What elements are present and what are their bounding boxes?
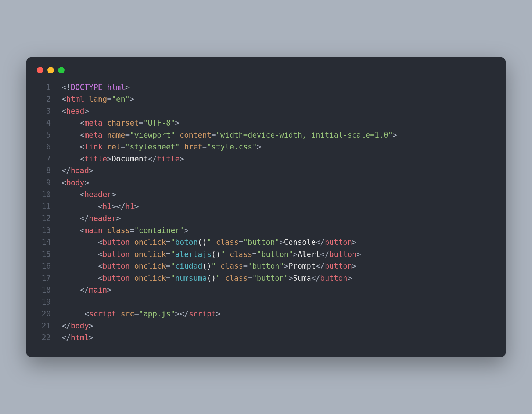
code-line[interactable]: 19	[26, 296, 506, 308]
code-line[interactable]: 1<!DOCTYPE html>	[26, 81, 506, 94]
line-number: 22	[26, 332, 62, 344]
code-line[interactable]: 20 <script src="app.js"></script>	[26, 308, 506, 320]
code-line[interactable]: 22</html>	[26, 332, 506, 344]
line-number: 5	[26, 129, 62, 141]
line-number: 15	[26, 248, 62, 261]
line-number: 19	[26, 296, 62, 308]
close-icon[interactable]	[37, 67, 43, 73]
line-number: 12	[26, 213, 62, 225]
line-number: 16	[26, 260, 62, 272]
line-number: 10	[26, 189, 62, 201]
line-number: 3	[26, 105, 62, 117]
code-content[interactable]: <!DOCTYPE html>	[62, 81, 130, 94]
code-line[interactable]: 16 <button onclick="ciudad()" class="but…	[26, 260, 506, 272]
code-content[interactable]: <body>	[62, 177, 89, 189]
line-number: 6	[26, 141, 62, 153]
line-number: 11	[26, 201, 62, 213]
code-content[interactable]: <meta charset="UTF-8">	[62, 117, 180, 129]
code-line[interactable]: 15 <button onclick="alertajs()" class="b…	[26, 248, 506, 261]
line-number: 7	[26, 153, 62, 165]
code-line[interactable]: 2<html lang="en">	[26, 93, 506, 105]
code-line[interactable]: 18 </main>	[26, 284, 506, 296]
code-line[interactable]: 13 <main class="container">	[26, 225, 506, 237]
code-content[interactable]: <button onclick="boton()" class="button"…	[62, 236, 356, 248]
line-number: 1	[26, 81, 62, 94]
code-content[interactable]: <button onclick="alertajs()" class="butt…	[62, 248, 361, 261]
code-content[interactable]: <button onclick="numsuma()" class="butto…	[62, 272, 352, 284]
code-line[interactable]: 8</head>	[26, 165, 506, 177]
code-content[interactable]: </main>	[62, 284, 112, 296]
code-line[interactable]: 9<body>	[26, 177, 506, 189]
line-number: 18	[26, 284, 62, 296]
code-content[interactable]: <link rel="stylesheet" href="style.css">	[62, 141, 261, 153]
line-number: 9	[26, 177, 62, 189]
code-line[interactable]: 11 <h1></h1>	[26, 201, 506, 213]
code-content[interactable]: <html lang="en">	[62, 93, 134, 105]
minimize-icon[interactable]	[47, 67, 54, 73]
editor-window: 1<!DOCTYPE html>2<html lang="en">3<head>…	[26, 57, 506, 357]
code-line[interactable]: 6 <link rel="stylesheet" href="style.css…	[26, 141, 506, 153]
code-line[interactable]: 3<head>	[26, 105, 506, 117]
line-number: 21	[26, 320, 62, 332]
code-content[interactable]: <script src="app.js"></script>	[62, 308, 220, 320]
code-content[interactable]: <button onclick="ciudad()" class="button…	[62, 260, 356, 272]
code-editor[interactable]: 1<!DOCTYPE html>2<html lang="en">3<head>…	[26, 79, 506, 344]
code-line[interactable]: 21</body>	[26, 320, 506, 332]
code-line[interactable]: 7 <title>Document</title>	[26, 153, 506, 165]
window-titlebar	[26, 57, 506, 79]
code-content[interactable]: </head>	[62, 165, 93, 177]
code-line[interactable]: 12 </header>	[26, 213, 506, 225]
code-line[interactable]: 4 <meta charset="UTF-8">	[26, 117, 506, 129]
line-number: 20	[26, 308, 62, 320]
line-number: 2	[26, 93, 62, 105]
code-content[interactable]: <head>	[62, 105, 89, 117]
line-number: 14	[26, 236, 62, 248]
line-number: 17	[26, 272, 62, 284]
code-content[interactable]: <header>	[62, 189, 116, 201]
zoom-icon[interactable]	[58, 67, 65, 73]
line-number: 8	[26, 165, 62, 177]
code-content[interactable]: <h1></h1>	[62, 201, 139, 213]
code-line[interactable]: 14 <button onclick="boton()" class="butt…	[26, 236, 506, 248]
code-content[interactable]: <meta name="viewport" content="width=dev…	[62, 129, 397, 141]
code-content[interactable]: <title>Document</title>	[62, 153, 184, 165]
code-content[interactable]: </body>	[62, 320, 93, 332]
line-number: 13	[26, 225, 62, 237]
code-line[interactable]: 17 <button onclick="numsuma()" class="bu…	[26, 272, 506, 284]
code-line[interactable]: 5 <meta name="viewport" content="width=d…	[26, 129, 506, 141]
line-number: 4	[26, 117, 62, 129]
code-content[interactable]: </header>	[62, 213, 121, 225]
code-content[interactable]: </html>	[62, 332, 93, 344]
code-content[interactable]: <main class="container">	[62, 225, 189, 237]
code-line[interactable]: 10 <header>	[26, 189, 506, 201]
